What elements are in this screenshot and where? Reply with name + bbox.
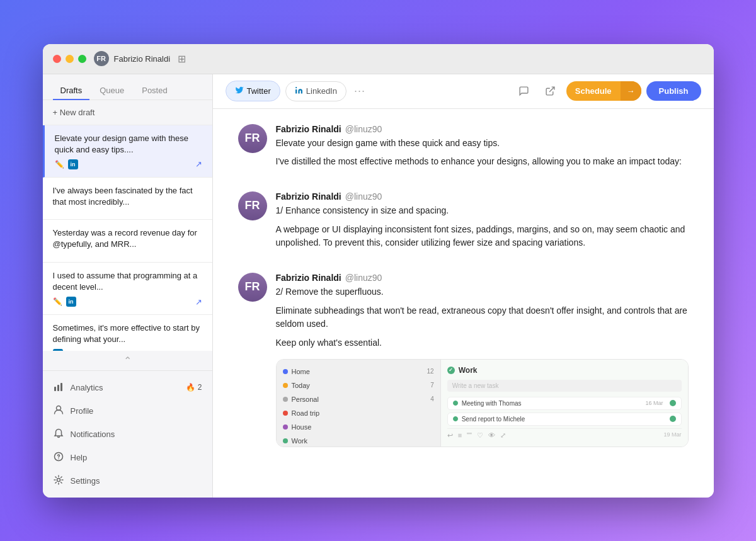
- post-header: Fabrizio Rinaldi @linuz90: [276, 273, 689, 283]
- sidebar-toggle-icon[interactable]: ⊞: [178, 53, 186, 65]
- post-body: Fabrizio Rinaldi @linuz90 2/ Remove the …: [276, 273, 689, 447]
- preview-item-label: Personal: [292, 396, 319, 403]
- more-platforms-button[interactable]: ···: [352, 84, 368, 98]
- external-link-icon[interactable]: ↗: [195, 159, 202, 169]
- publish-label: Publish: [659, 86, 689, 96]
- tab-queue[interactable]: Queue: [92, 82, 132, 100]
- linkedin-platform-tab[interactable]: LinkedIn: [285, 81, 346, 101]
- avatar: FR: [94, 51, 109, 66]
- twitter-platform-tab[interactable]: Twitter: [226, 81, 280, 101]
- post-line: 1/ Enhance consistency in size and spaci…: [276, 204, 689, 218]
- draft-list: Elevate your design game with these quic…: [43, 125, 212, 351]
- chevron-down-icon: ⌃: [123, 355, 132, 367]
- post-text[interactable]: 2/ Remove the superfluous. Eliminate sub…: [276, 285, 689, 350]
- external-link-icon[interactable]: ↗: [195, 297, 202, 307]
- draft-item[interactable]: I used to assume that programming at a d…: [43, 263, 212, 315]
- check-icon: ✓: [447, 367, 455, 374]
- thread-post: FR Fabrizio Rinaldi @linuz90 Elevate you…: [238, 124, 689, 174]
- eye-icon: 👁: [488, 431, 495, 440]
- profile-label: Profile: [71, 406, 94, 416]
- close-button[interactable]: [53, 55, 61, 63]
- collapse-button[interactable]: ⌃: [43, 351, 212, 371]
- preview-item-label: House: [292, 423, 312, 431]
- main-toolbar: Twitter LinkedIn ··· Schedule: [213, 74, 714, 109]
- sidebar-item-analytics[interactable]: Analytics 🔥 2: [43, 376, 212, 399]
- draft-text: I've always been fascinated by the fact …: [53, 185, 202, 208]
- post-line: Elevate your design game with these quic…: [276, 137, 689, 151]
- preview-item-count: 7: [430, 382, 434, 389]
- task-status-dot: [670, 400, 676, 406]
- publish-button[interactable]: Publish: [646, 81, 701, 101]
- preview-dot: [283, 369, 288, 374]
- preview-dot: [283, 411, 288, 416]
- task-dot: [453, 401, 458, 406]
- traffic-lights: [53, 55, 86, 63]
- post-handle: @linuz90: [345, 273, 382, 283]
- linkedin-icon: in: [66, 297, 76, 307]
- preview-dot: [283, 397, 288, 402]
- analytics-badge: 🔥 2: [186, 383, 202, 392]
- preview-toolbar-bar: ↩ ≡ "" ♡ 👁 ⤢ 19 Mar: [447, 428, 682, 440]
- thread-post: FR Fabrizio Rinaldi @linuz90 2/ Remove t…: [238, 273, 689, 447]
- avatar-face: FR: [238, 124, 267, 153]
- preview-row: Home 12: [283, 366, 434, 377]
- help-icon: [53, 452, 64, 464]
- analytics-label: Analytics: [71, 383, 103, 392]
- sidebar-item-settings[interactable]: Settings: [43, 469, 212, 493]
- notifications-label: Notifications: [71, 430, 115, 439]
- sidebar-tabs: Drafts Queue Posted: [43, 74, 212, 100]
- sidebar-nav: Analytics 🔥 2 Profile Notifications: [43, 371, 212, 498]
- post-text[interactable]: 1/ Enhance consistency in size and spaci…: [276, 204, 689, 250]
- post-line: I've distilled the most effective method…: [276, 155, 689, 169]
- draft-item[interactable]: Sometimes, it's more effective to start …: [43, 315, 212, 351]
- new-draft-label: + New draft: [53, 108, 95, 117]
- tab-drafts[interactable]: Drafts: [53, 82, 90, 100]
- post-header: Fabrizio Rinaldi @linuz90: [276, 124, 689, 134]
- preview-item-label: Road trip: [292, 409, 320, 417]
- main-content: Twitter LinkedIn ··· Schedule: [213, 74, 714, 498]
- sidebar-item-help[interactable]: Help: [43, 446, 212, 469]
- sidebar-item-profile[interactable]: Profile: [43, 399, 212, 423]
- svg-point-5: [58, 458, 59, 459]
- sidebar-item-notifications[interactable]: Notifications: [43, 423, 212, 446]
- post-body: Fabrizio Rinaldi @linuz90 1/ Enhance con…: [276, 191, 689, 255]
- list-icon: ≡: [458, 431, 462, 440]
- draft-text: I used to assume that programming at a d…: [53, 270, 202, 293]
- maximize-button[interactable]: [78, 55, 86, 63]
- preview-title: Work: [459, 366, 478, 375]
- preview-item-count: 4: [430, 396, 434, 402]
- preview-row: House: [283, 421, 434, 433]
- thread-post: FR Fabrizio Rinaldi @linuz90 1/ Enhance …: [238, 191, 689, 255]
- draft-text: Sometimes, it's more effective to start …: [53, 322, 202, 345]
- tab-posted[interactable]: Posted: [134, 82, 175, 100]
- preview-dot: [283, 424, 288, 430]
- svg-point-6: [57, 478, 60, 481]
- preview-title-bar: ✓ Work: [447, 366, 682, 375]
- preview-row: Road trip: [283, 407, 434, 419]
- reply-icon: ↩: [447, 431, 453, 440]
- preview-row: Today 7: [283, 380, 434, 391]
- new-draft-button[interactable]: + New draft: [43, 100, 212, 125]
- post-header: Fabrizio Rinaldi @linuz90: [276, 191, 689, 202]
- schedule-button[interactable]: Schedule →: [566, 81, 641, 101]
- post-line: 2/ Remove the superfluous.: [276, 285, 689, 299]
- avatar: FR: [238, 191, 267, 220]
- draft-item[interactable]: Yesterday was a record revenue day for @…: [43, 220, 212, 262]
- draft-item[interactable]: I've always been fascinated by the fact …: [43, 178, 212, 220]
- minimize-button[interactable]: [66, 55, 74, 63]
- preview-item-label: Home: [292, 368, 310, 375]
- help-label: Help: [71, 453, 88, 462]
- svg-rect-1: [57, 385, 59, 391]
- settings-icon: [53, 475, 64, 487]
- comment-icon-button[interactable]: [513, 81, 535, 102]
- preview-task-row: Meeting with Thomas 16 Mar: [447, 397, 682, 410]
- svg-point-7: [295, 87, 297, 88]
- analytics-icon: [53, 382, 64, 394]
- draft-item[interactable]: Elevate your design game with these quic…: [43, 125, 212, 178]
- post-author: Fabrizio Rinaldi: [276, 191, 341, 202]
- post-text[interactable]: Elevate your design game with these quic…: [276, 137, 689, 169]
- post-line: Keep only what's essential.: [276, 336, 689, 350]
- draft-icons: ✏️ in ↗: [53, 297, 202, 307]
- post-line: A webpage or UI displaying inconsistent …: [276, 223, 689, 250]
- share-icon-button[interactable]: [540, 81, 561, 102]
